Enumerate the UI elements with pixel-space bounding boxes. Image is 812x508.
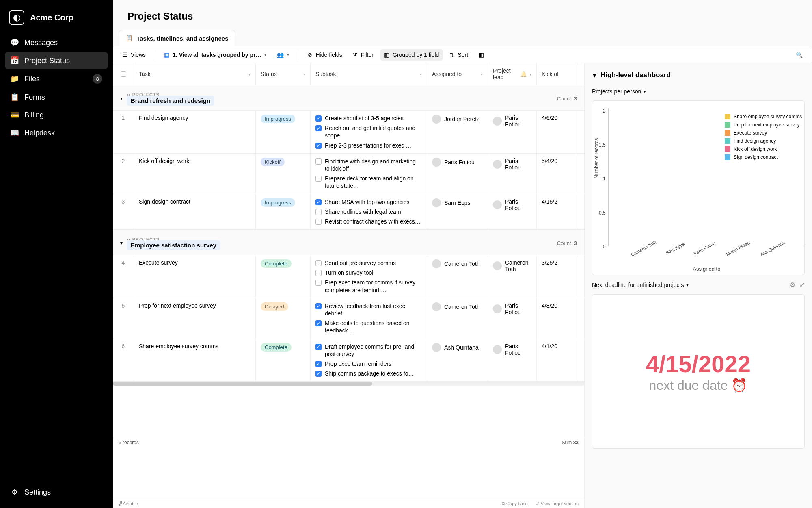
sidebar-item-messages[interactable]: 💬Messages — [5, 34, 108, 51]
col-assigned[interactable]: Assigned to▾ — [427, 63, 488, 85]
assigned-cell[interactable]: Jordan Peretz — [427, 111, 488, 153]
kickoff-cell[interactable]: 3/25/2 — [537, 255, 577, 298]
expand-icon[interactable]: ⤢ — [799, 281, 805, 289]
subtask-item[interactable]: ✓Share MSA with top two agencies — [315, 198, 422, 206]
status-cell[interactable]: Delayed — [256, 298, 311, 339]
group-header[interactable]: ▾•• PROJECTSBrand refresh and redesignCo… — [113, 85, 584, 111]
color-button[interactable]: ◧ — [475, 49, 488, 61]
kickoff-cell[interactable]: 4/6/20 — [537, 111, 577, 153]
gear-icon[interactable]: ⚙ — [790, 281, 795, 289]
select-all-checkbox[interactable] — [113, 63, 134, 85]
task-cell[interactable]: Sign design contract — [134, 194, 256, 230]
avatar — [432, 259, 441, 268]
table-row[interactable]: 3 Sign design contract In progress ✓Shar… — [113, 194, 584, 230]
subtask-item[interactable]: ✓Review feedback from last exec debrief — [315, 302, 422, 317]
legend-label: Execute survey — [734, 130, 767, 136]
subtask-item[interactable]: ✓Create shortlist of 3-5 agencies — [315, 115, 422, 122]
task-cell[interactable]: Find design agency — [134, 111, 256, 153]
kickoff-cell[interactable]: 4/15/2 — [537, 194, 577, 230]
table-row[interactable]: 2 Kick off design work Kickoff Find time… — [113, 154, 584, 194]
subtask-item[interactable]: Share redlines with legal team — [315, 208, 422, 215]
subtask-item[interactable]: Send out pre-survey comms — [315, 259, 422, 267]
kickoff-cell[interactable]: 5/4/20 — [537, 154, 577, 194]
tab-tasks[interactable]: 📋 Tasks, timelines, and assignees — [119, 30, 235, 46]
views-button[interactable]: ☰Views — [118, 49, 150, 61]
subtask-item[interactable]: ✓Prep 2-3 presentations for exec … — [315, 142, 422, 149]
subtask-item[interactable]: Prep exec team for comms if survey compl… — [315, 279, 422, 293]
dashboard-header[interactable]: ▾ High-level dashboard — [592, 67, 805, 82]
col-lead[interactable]: Project lead🔔▾ — [488, 63, 537, 85]
sidebar-item-label: Files — [24, 75, 40, 83]
lead-cell[interactable]: Cameron Toth — [488, 255, 537, 298]
kickoff-cell[interactable]: 4/1/20 — [537, 339, 577, 382]
status-cell[interactable]: In progress — [256, 194, 311, 230]
sidebar-item-billing[interactable]: 💳Billing — [5, 106, 108, 124]
sidebar-item-forms[interactable]: 📋Forms — [5, 89, 108, 106]
next-deadline-title[interactable]: Next deadline for unfinished projects ▾ — [592, 282, 689, 288]
col-task[interactable]: Task▾ — [134, 63, 256, 85]
group-count: Count 3 — [557, 240, 577, 246]
assigned-cell[interactable]: Cameron Toth — [427, 298, 488, 339]
table-row[interactable]: 4 Execute survey Complete Send out pre-s… — [113, 255, 584, 298]
share-button[interactable]: 👥▾ — [273, 49, 293, 61]
hide-fields-button[interactable]: ⊘Hide fields — [303, 49, 346, 61]
sidebar-item-files[interactable]: 📁Files8 — [5, 70, 108, 88]
status-cell[interactable]: Complete — [256, 255, 311, 298]
assigned-cell[interactable]: Sam Epps — [427, 194, 488, 230]
status-cell[interactable]: Complete — [256, 339, 311, 382]
sidebar-item-label: Project Status — [24, 56, 70, 65]
lead-cell[interactable]: Paris Fotiou — [488, 194, 537, 230]
col-subtask[interactable]: Subtask▾ — [311, 63, 427, 85]
person-name: Paris Fotiou — [505, 198, 531, 211]
chart-title[interactable]: Projects per person ▾ — [592, 88, 805, 95]
copy-base-button[interactable]: ⧉ Copy base — [502, 501, 528, 506]
lead-cell[interactable]: Paris Fotiou — [488, 298, 537, 339]
col-status[interactable]: Status▾ — [256, 63, 311, 85]
col-kickoff[interactable]: Kick of — [537, 63, 577, 85]
subtask-item[interactable]: ✓Draft employee comms for pre- and post-… — [315, 343, 422, 358]
view-picker[interactable]: ▦1. View all tasks grouped by pr…▾ — [160, 49, 270, 61]
subtask-item[interactable]: Turn on survey tool — [315, 269, 422, 276]
assigned-cell[interactable]: Paris Fotiou — [427, 154, 488, 194]
group-header[interactable]: ▾•• PROJECTSEmployee satisfaction survey… — [113, 230, 584, 255]
sidebar-item-helpdesk[interactable]: 📖Helpdesk — [5, 124, 108, 141]
table-row[interactable]: 5 Prep for next employee survey Delayed … — [113, 298, 584, 339]
airtable-badge[interactable]: ▞ Airtable — [119, 501, 138, 506]
search-button[interactable]: 🔍 — [792, 49, 807, 61]
subtask-item[interactable]: Revisit contract changes with execs… — [315, 218, 422, 225]
kickoff-cell[interactable]: 4/8/20 — [537, 298, 577, 339]
group-button[interactable]: ▥Grouped by 1 field — [380, 49, 443, 61]
assigned-cell[interactable]: Cameron Toth — [427, 255, 488, 298]
sort-button[interactable]: ⇅Sort — [445, 49, 472, 61]
subtask-item[interactable]: ✓Prep exec team reminders — [315, 360, 422, 367]
table-row[interactable]: 1 Find design agency In progress ✓Create… — [113, 111, 584, 154]
subtask-item[interactable]: ✓Make edits to questions based on feedba… — [315, 319, 422, 334]
grid: Task▾ Status▾ Subtask▾ Assigned to▾ Proj… — [113, 63, 585, 508]
task-cell[interactable]: Kick off design work — [134, 154, 256, 194]
horizontal-scrollbar[interactable] — [113, 382, 584, 386]
subtask-item[interactable]: ✓Reach out and get initial quotes and sc… — [315, 124, 422, 139]
subtask-item[interactable]: Find time with design and marketing to k… — [315, 158, 422, 172]
search-icon: 🔍 — [796, 52, 803, 58]
subtask-item[interactable]: Prepare deck for team and align on futur… — [315, 175, 422, 189]
subtask-text: Make edits to questions based on feedbac… — [325, 319, 422, 334]
lead-cell[interactable]: Paris Fotiou — [488, 339, 537, 382]
status-cell[interactable]: Kickoff — [256, 154, 311, 194]
task-cell[interactable]: Share employee survey comms — [134, 339, 256, 382]
checkbox-icon: ✓ — [315, 143, 322, 149]
settings-button[interactable]: ⚙ Settings — [5, 484, 108, 501]
assigned-cell[interactable]: Ash Quintana — [427, 339, 488, 382]
lead-cell[interactable]: Paris Fotiou — [488, 111, 537, 153]
status-cell[interactable]: In progress — [256, 111, 311, 153]
checkbox-icon — [315, 176, 322, 182]
filter-button[interactable]: ⧩Filter — [349, 49, 378, 61]
sidebar-item-project-status[interactable]: 📅Project Status — [5, 52, 108, 69]
page-title: Project Status — [113, 0, 812, 30]
subtask-item[interactable]: ✓Ship comms package to execs fo… — [315, 370, 422, 377]
task-cell[interactable]: Prep for next employee survey — [134, 298, 256, 339]
task-cell[interactable]: Execute survey — [134, 255, 256, 298]
table-row[interactable]: 6 Share employee survey comms Complete ✓… — [113, 339, 584, 382]
view-larger-button[interactable]: ⤢ View larger version — [536, 501, 579, 506]
lead-cell[interactable]: Paris Fotiou — [488, 154, 537, 194]
person-name: Cameron Toth — [444, 304, 480, 310]
